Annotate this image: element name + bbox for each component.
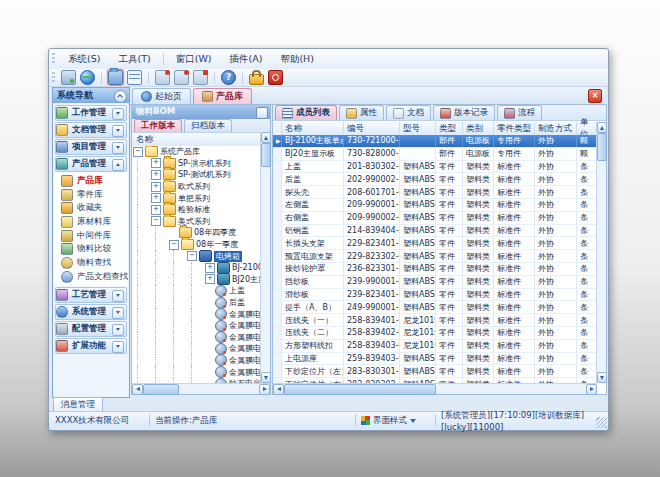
scroll-down-button[interactable]: [597, 372, 607, 383]
detail-tab-2[interactable]: 文档: [386, 105, 431, 120]
plus-expander-icon[interactable]: +: [205, 274, 215, 284]
table-row[interactable]: 提手（A、B）249-990001-01X塑料ABS零件塑料类标准件外协条: [273, 301, 597, 314]
tree-node[interactable]: +单把系列: [132, 192, 261, 204]
tree-node[interactable]: +SP-测试机系列: [132, 169, 261, 181]
vscroll-thumb[interactable]: [261, 143, 271, 167]
sidebar-section-5[interactable]: 系统管理: [55, 304, 127, 320]
sidebar-item-0[interactable]: 产品库: [54, 174, 128, 188]
column-header-6[interactable]: 制造方式: [535, 122, 577, 135]
plus-expander-icon[interactable]: +: [205, 263, 215, 273]
sidebar-item-2[interactable]: 收藏夹: [54, 201, 128, 215]
scroll-up-button[interactable]: [261, 132, 271, 143]
tree-node[interactable]: 上盖: [132, 285, 261, 297]
vscroll-thumb[interactable]: [597, 133, 607, 161]
tree-node[interactable]: +BJ-2100主板单点: [132, 262, 261, 274]
message-management-tab[interactable]: 消息管理: [53, 397, 103, 412]
table-row[interactable]: 挡纱板239-990001-01X塑料ABS零件塑料类标准件外协条: [273, 276, 597, 289]
datagrid-icon[interactable]: [127, 70, 142, 85]
table-row[interactable]: 滑纱板239-823401-00X塑料ABS零件塑料类标准件外协条: [273, 289, 597, 302]
tree-node[interactable]: +检验标准: [132, 204, 261, 216]
sidebar-item-7[interactable]: 产品文档查找: [54, 270, 128, 284]
column-header-2[interactable]: 型号: [400, 122, 436, 135]
tree-node[interactable]: −系统产品库: [132, 146, 261, 158]
scroll-left-button[interactable]: [132, 384, 143, 395]
tree-node[interactable]: 金属膜电阻器: [132, 308, 261, 320]
scroll-down-button[interactable]: [261, 372, 271, 383]
detail-tab-4[interactable]: 流程: [497, 105, 542, 120]
scroll-left-button[interactable]: [273, 384, 284, 395]
chevron-up-icon[interactable]: [112, 159, 124, 171]
tree-node[interactable]: −08年一季度: [132, 239, 261, 251]
menu-grip[interactable]: [52, 53, 55, 65]
pin-icon[interactable]: [256, 107, 268, 119]
column-header-3[interactable]: 类型: [436, 122, 463, 135]
scroll-right-button[interactable]: [586, 384, 597, 395]
table-row[interactable]: BJ20主显示板730-828000-04X部件电源板专用件外协颗: [273, 148, 597, 161]
menu-item-2[interactable]: 窗口(W): [167, 51, 221, 68]
ui-style-selector[interactable]: 界面样式: [361, 412, 416, 429]
table-row[interactable]: 长插头支架229-823401-00X塑料ABS零件塑料类标准件外协条: [273, 237, 597, 250]
minus-expander-icon[interactable]: −: [169, 240, 179, 250]
detail-tab-3[interactable]: 版本记录: [433, 105, 495, 120]
table-row[interactable]: 方形塑料线扣258-839403-00X尼龙1010零件塑料类标准件外协条: [273, 340, 597, 353]
table-row[interactable]: 压线夹（二）258-839402-00X尼龙1010零件塑料类标准件外协条: [273, 327, 597, 340]
bom-tree-column-header[interactable]: 名称: [132, 132, 264, 147]
tree-node[interactable]: +BJ20主显示板: [132, 274, 261, 286]
plus-expander-icon[interactable]: +: [151, 205, 161, 215]
homepage-icon[interactable]: [80, 70, 95, 85]
sidebar-item-3[interactable]: 原材料库: [54, 215, 128, 229]
message-new-icon[interactable]: [155, 70, 170, 85]
sidebar-section-1[interactable]: 文档管理: [55, 122, 127, 138]
sidebar-collapse-button[interactable]: [114, 90, 127, 103]
plus-expander-icon[interactable]: +: [151, 193, 161, 203]
scroll-right-button[interactable]: [259, 384, 270, 395]
tree-node[interactable]: 金属膜电阻器: [132, 366, 261, 378]
sidebar-item-5[interactable]: 物料比较: [54, 242, 128, 256]
table-row[interactable]: 预置电源支架229-823302-00X塑料ABS零件塑料类标准件外协条: [273, 250, 597, 263]
plus-expander-icon[interactable]: +: [151, 170, 161, 180]
lock-icon[interactable]: [249, 74, 264, 85]
table-row[interactable]: 下纱定位片（左）283-830301-00X塑料ABS零件塑料类标准件外协条: [273, 365, 597, 378]
detail-tab-0[interactable]: 成员列表: [275, 105, 337, 120]
sidebar-item-4[interactable]: 中间件库: [54, 229, 128, 243]
exit-icon[interactable]: [268, 70, 283, 85]
chevron-down-icon[interactable]: [112, 108, 124, 120]
table-row[interactable]: 左侧盖209-990001-01X塑料ABS零件塑料类标准件外协条: [273, 199, 597, 212]
tree-node[interactable]: +SP-演示机系列: [132, 158, 261, 170]
message-open-icon[interactable]: [174, 70, 189, 85]
table-row[interactable]: 上盖201-830302-00X塑料ABS零件塑料类标准件外协条: [273, 161, 597, 174]
bom-tree-vscrollbar[interactable]: [260, 132, 270, 383]
chevron-down-icon[interactable]: [112, 307, 124, 319]
minus-expander-icon[interactable]: −: [187, 251, 197, 261]
tree-node[interactable]: −电烤箱: [132, 250, 261, 262]
table-row[interactable]: 接纱轮护罩236-823301-00X塑料ABS零件塑料类标准件外协条: [273, 263, 597, 276]
tree-node[interactable]: 金属膜电阻器: [132, 355, 261, 367]
sidebar-section-7[interactable]: 扩展功能: [55, 338, 127, 354]
tree-node[interactable]: 金属膜电阻器: [132, 320, 261, 332]
chevron-down-icon[interactable]: [112, 290, 124, 302]
doc-tab-1[interactable]: 产品库: [193, 88, 252, 104]
toolbar-grip[interactable]: [52, 72, 55, 84]
minus-expander-icon[interactable]: −: [151, 216, 161, 226]
table-row[interactable]: 探头壳208-601701-01X塑料ABS零件塑料类标准件外协条: [273, 186, 597, 199]
column-header-4[interactable]: 类别: [463, 122, 494, 135]
close-tab-button[interactable]: ×: [588, 89, 602, 103]
sidebar-section-6[interactable]: 配置管理: [55, 321, 127, 337]
column-header-0[interactable]: 名称: [282, 122, 344, 135]
hscroll-thumb[interactable]: [143, 384, 179, 395]
sidebar-section-4[interactable]: 工艺管理: [55, 287, 127, 303]
plus-expander-icon[interactable]: +: [151, 158, 161, 168]
menu-item-1[interactable]: 工具(T): [109, 51, 159, 68]
tree-node[interactable]: 08年四季度: [132, 227, 261, 239]
menu-item-4[interactable]: 帮助(H): [271, 51, 323, 68]
tree-node[interactable]: 金属膜电阻器: [132, 332, 261, 344]
sidebar-section-3[interactable]: 产品管理: [55, 156, 127, 172]
tree-node[interactable]: +欧式系列: [132, 181, 261, 193]
open-folder-icon[interactable]: [108, 70, 123, 85]
resize-grip[interactable]: [596, 417, 607, 428]
workspace-icon[interactable]: [61, 70, 76, 85]
plus-expander-icon[interactable]: +: [151, 182, 161, 192]
table-vscrollbar[interactable]: [596, 122, 606, 383]
chevron-down-icon[interactable]: [112, 142, 124, 154]
table-row[interactable]: 铝钢盖214-839404-01X塑料ABS零件塑料类标准件外协条: [273, 225, 597, 238]
